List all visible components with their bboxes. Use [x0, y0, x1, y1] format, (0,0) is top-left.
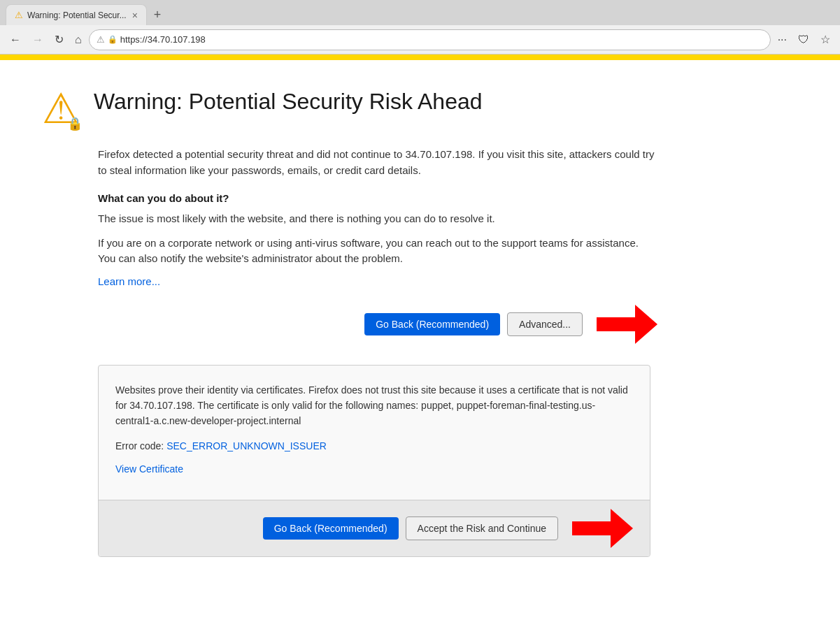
- warning-icon-wrap: ⚠ 🔒: [42, 88, 80, 130]
- warning-header: ⚠ 🔒 Warning: Potential Security Risk Ahe…: [42, 88, 798, 130]
- menu-button[interactable]: ···: [774, 30, 791, 49]
- view-certificate-link[interactable]: View Certificate: [115, 463, 183, 475]
- error-code-line: Error code: SEC_ERROR_UNKNOWN_ISSUER: [115, 440, 633, 451]
- arrow-indicator-2: [572, 509, 633, 548]
- content-area: Firefox detected a potential security th…: [98, 147, 657, 557]
- info-text-1: The issue is most likely with the websit…: [98, 211, 657, 227]
- lock-badge-icon: 🔒: [67, 116, 83, 131]
- bookmark-button[interactable]: ☆: [816, 30, 834, 49]
- page-content: ⚠ 🔒 Warning: Potential Security Risk Ahe…: [0, 60, 840, 643]
- back-button[interactable]: ←: [6, 31, 25, 49]
- nav-bar: ← → ↻ ⌂ ⚠ 🔒 https://34.70.107.198 ··· 🛡 …: [0, 25, 840, 55]
- forward-button[interactable]: →: [28, 31, 48, 49]
- reload-button[interactable]: ↻: [50, 30, 68, 49]
- advanced-description: Websites prove their identity via certif…: [115, 382, 633, 429]
- accept-risk-button[interactable]: Accept the Risk and Continue: [406, 516, 558, 540]
- tab-bar: ⚠ Warning: Potential Secur... × +: [0, 0, 840, 25]
- address-text: https://34.70.107.198: [120, 34, 763, 45]
- tab-close-icon[interactable]: ×: [132, 10, 138, 21]
- yellow-security-bar: [0, 55, 840, 60]
- arrow-indicator-1: [597, 305, 657, 344]
- tab-warning-icon: ⚠: [15, 10, 23, 20]
- go-back-button-2[interactable]: Go Back (Recommended): [263, 517, 399, 540]
- address-bar[interactable]: ⚠ 🔒 https://34.70.107.198: [89, 29, 771, 50]
- https-lock-icon: 🔒: [108, 35, 118, 44]
- go-back-button[interactable]: Go Back (Recommended): [364, 313, 500, 335]
- advanced-panel: Websites prove their identity via certif…: [98, 365, 650, 557]
- browser-window: ⚠ Warning: Potential Secur... × + ← → ↻ …: [0, 0, 840, 55]
- error-code-link[interactable]: SEC_ERROR_UNKNOWN_ISSUER: [166, 440, 327, 451]
- description-text: Firefox detected a potential security th…: [98, 147, 657, 178]
- nav-right-icons: ··· 🛡 ☆: [774, 30, 834, 49]
- advanced-button-row: Go Back (Recommended) Accept the Risk an…: [99, 500, 650, 556]
- error-code-label: Error code:: [115, 440, 164, 451]
- button-row: Go Back (Recommended) Advanced...: [98, 305, 657, 344]
- shield-button[interactable]: 🛡: [794, 30, 813, 49]
- info-text-2: If you are on a corporate network or usi…: [98, 236, 657, 267]
- active-tab[interactable]: ⚠ Warning: Potential Secur... ×: [6, 4, 147, 25]
- advanced-button[interactable]: Advanced...: [507, 312, 583, 336]
- advanced-button-row-inner: Go Back (Recommended) Accept the Risk an…: [115, 509, 633, 548]
- tab-title: Warning: Potential Secur...: [27, 10, 127, 20]
- home-button[interactable]: ⌂: [71, 31, 86, 49]
- learn-more-link[interactable]: Learn more...: [98, 275, 160, 287]
- new-tab-button[interactable]: +: [150, 8, 166, 22]
- site-security-icon: ⚠: [97, 34, 105, 45]
- what-todo-label: What can you do about it?: [98, 192, 657, 204]
- page-title: Warning: Potential Security Risk Ahead: [94, 88, 483, 115]
